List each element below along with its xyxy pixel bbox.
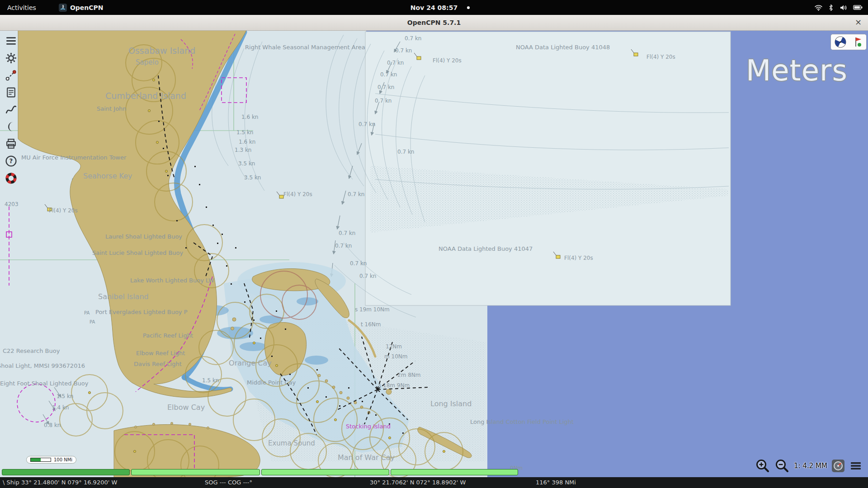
battery-icon[interactable] [853, 5, 863, 10]
sog-cog: SOG --- COG ---° [205, 477, 252, 488]
system-top-bar: Activities OpenCPN Nov 24 08:57 [0, 0, 868, 15]
quilt-segment-2[interactable] [131, 469, 260, 475]
system-tray [815, 4, 863, 11]
scale-bar-label: 100 NMi [54, 457, 72, 462]
status-gauge-button[interactable] [831, 459, 845, 473]
quilt-segment-3[interactable] [261, 469, 389, 475]
scale-bar-overlay: 100 NMi [26, 456, 76, 464]
volume-icon[interactable] [840, 5, 847, 11]
gear-icon [5, 52, 17, 64]
help-button[interactable]: ? [4, 154, 18, 168]
ship-position: \ Ship 33° 21.4800' N 079° 16.9200' W [3, 477, 117, 488]
window-close-button[interactable]: × [855, 15, 862, 30]
zoom-out-button[interactable] [774, 458, 790, 474]
canvas-controls: 1: 4.2 MM [755, 457, 863, 475]
chart-list-button[interactable] [4, 85, 18, 99]
status-bar: \ Ship 33° 21.4800' N 079° 16.9200' W SO… [0, 477, 868, 488]
hamburger-icon [5, 35, 17, 47]
clock[interactable]: Nov 24 08:57 [410, 4, 458, 11]
chart-area[interactable]: Ossabaw IslandSapeloCumberland IslandSai… [0, 30, 868, 477]
window-titlebar: OpenCPN 5.7.1 × [0, 15, 868, 31]
man-overboard-button[interactable] [4, 171, 18, 185]
window-title: OpenCPN 5.7.1 [0, 15, 868, 30]
activities-button[interactable]: Activities [0, 0, 43, 15]
compass-rose-icon [834, 36, 847, 48]
cursor-bearing-distance: 116° 398 NMi [536, 477, 576, 488]
main-toolbar: ? [4, 34, 18, 185]
quilt-segment-1[interactable] [2, 469, 130, 475]
chart-scale-label: 1: 4.2 MM [794, 462, 827, 470]
app-indicator[interactable]: OpenCPN [59, 4, 104, 12]
notification-dot [467, 6, 470, 9]
moon-icon [5, 121, 17, 133]
bluetooth-icon[interactable] [828, 4, 834, 11]
wifi-icon[interactable] [815, 5, 822, 11]
offshore-chart-rect [365, 32, 731, 305]
document-icon [5, 86, 17, 99]
track-icon [5, 103, 17, 116]
compass-gps-widget[interactable] [830, 34, 867, 50]
svg-text:?: ? [9, 157, 13, 164]
printer-icon [5, 138, 17, 150]
help-icon: ? [5, 155, 17, 167]
chart-canvas[interactable] [0, 30, 868, 477]
quilt-segment-4[interactable] [391, 469, 518, 475]
depth-units-overlay: Meters [746, 54, 848, 87]
menu-button[interactable] [4, 34, 18, 47]
print-button[interactable] [4, 137, 18, 150]
app-indicator-label: OpenCPN [70, 4, 104, 11]
opencpn-app-icon [59, 4, 67, 12]
route-icon [5, 69, 17, 81]
zoom-in-button[interactable] [755, 458, 770, 474]
track-button[interactable] [4, 103, 18, 116]
cursor-position: 30° 21.7062' N 072° 18.8902' W [370, 477, 466, 488]
options-button[interactable] [4, 51, 18, 65]
scale-bar-graphic [30, 458, 51, 462]
canvas-menu-button[interactable] [849, 459, 863, 473]
night-mode-button[interactable] [4, 120, 18, 133]
gps-status-icon [853, 36, 863, 48]
create-route-button[interactable] [4, 68, 18, 82]
chart-scale-quilt-bar [0, 469, 868, 475]
lifebuoy-icon [5, 172, 17, 184]
